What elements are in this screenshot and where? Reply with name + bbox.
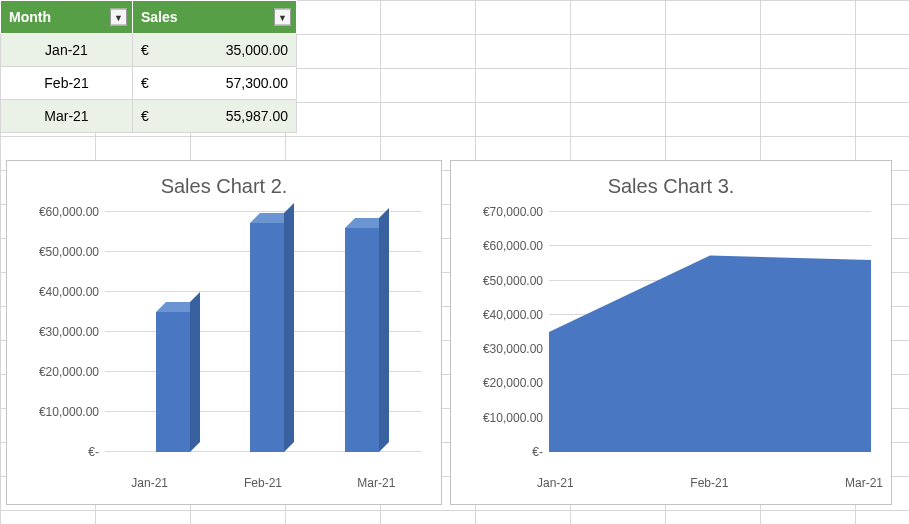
y-tick: €10,000.00 xyxy=(19,405,99,419)
bar-mar xyxy=(345,228,379,452)
table-row[interactable]: Jan-21 € 35,000.00 xyxy=(1,34,297,67)
bar-feb xyxy=(250,223,284,452)
y-tick: €50,000.00 xyxy=(463,274,543,288)
cell-month[interactable]: Jan-21 xyxy=(1,34,133,67)
sales-table: Month ▼ Sales ▼ Jan-21 € 35,000.00 Feb-2… xyxy=(0,0,297,133)
x-label: Feb-21 xyxy=(206,476,319,496)
header-month-label: Month xyxy=(9,9,51,25)
y-tick: €30,000.00 xyxy=(463,342,543,356)
svg-marker-0 xyxy=(549,256,871,452)
y-tick: €20,000.00 xyxy=(463,376,543,390)
y-tick: €70,000.00 xyxy=(463,205,543,219)
area-series xyxy=(549,212,871,452)
x-label: Jan-21 xyxy=(537,476,574,496)
bar-jan xyxy=(156,312,190,452)
chart-title: Sales Chart 3. xyxy=(463,175,879,198)
cell-sales[interactable]: € 35,000.00 xyxy=(133,34,297,67)
y-tick: €20,000.00 xyxy=(19,365,99,379)
chart-2[interactable]: Sales Chart 2. €- €10,000.00 €20,000.00 … xyxy=(6,160,442,505)
y-tick: €- xyxy=(19,445,99,459)
header-sales-label: Sales xyxy=(141,9,178,25)
chart-title: Sales Chart 2. xyxy=(19,175,429,198)
cell-month[interactable]: Mar-21 xyxy=(1,100,133,133)
y-tick: €30,000.00 xyxy=(19,325,99,339)
y-tick: €40,000.00 xyxy=(19,285,99,299)
y-tick: €50,000.00 xyxy=(19,245,99,259)
table-row[interactable]: Feb-21 € 57,300.00 xyxy=(1,67,297,100)
table-row[interactable]: Mar-21 € 55,987.00 xyxy=(1,100,297,133)
x-axis: Jan-21 Feb-21 Mar-21 xyxy=(537,476,883,496)
chart-3[interactable]: Sales Chart 3. €- €10,000.00 €20,000.00 … xyxy=(450,160,892,505)
filter-dropdown-icon[interactable]: ▼ xyxy=(274,9,291,26)
y-tick: €40,000.00 xyxy=(463,308,543,322)
cell-amount: 57,300.00 xyxy=(226,75,288,91)
header-month[interactable]: Month ▼ xyxy=(1,1,133,34)
cell-amount: 55,987.00 xyxy=(226,108,288,124)
cell-sales[interactable]: € 55,987.00 xyxy=(133,100,297,133)
chart-plot-area: €- €10,000.00 €20,000.00 €30,000.00 €40,… xyxy=(549,212,871,452)
header-sales[interactable]: Sales ▼ xyxy=(133,1,297,34)
x-label: Jan-21 xyxy=(93,476,206,496)
currency-symbol: € xyxy=(141,75,149,91)
y-tick: €10,000.00 xyxy=(463,411,543,425)
filter-dropdown-icon[interactable]: ▼ xyxy=(110,9,127,26)
y-tick: €60,000.00 xyxy=(463,239,543,253)
y-tick: €- xyxy=(463,445,543,459)
x-label: Mar-21 xyxy=(845,476,883,496)
x-label: Feb-21 xyxy=(690,476,728,496)
x-axis: Jan-21 Feb-21 Mar-21 xyxy=(93,476,433,496)
cell-sales[interactable]: € 57,300.00 xyxy=(133,67,297,100)
cell-month[interactable]: Feb-21 xyxy=(1,67,133,100)
currency-symbol: € xyxy=(141,42,149,58)
currency-symbol: € xyxy=(141,108,149,124)
x-label: Mar-21 xyxy=(320,476,433,496)
cell-amount: 35,000.00 xyxy=(226,42,288,58)
y-tick: €60,000.00 xyxy=(19,205,99,219)
chart-plot-area: €- €10,000.00 €20,000.00 €30,000.00 €40,… xyxy=(105,212,421,452)
